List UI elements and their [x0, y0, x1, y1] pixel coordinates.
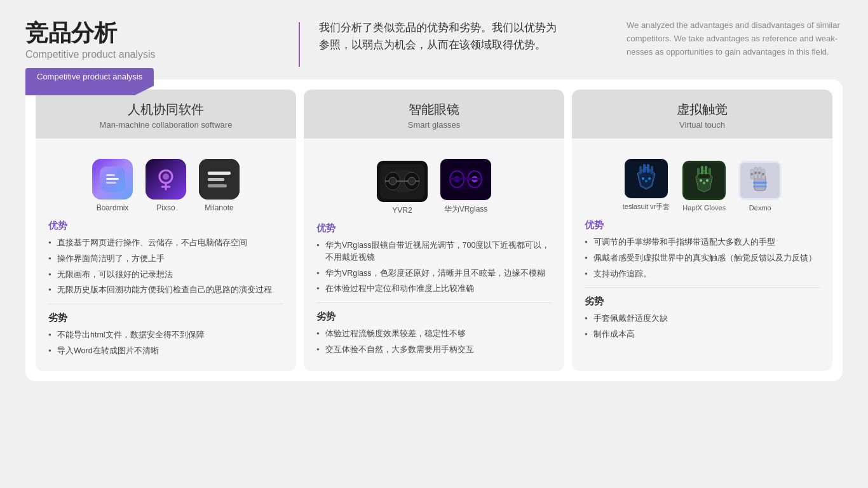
milanote-label: Milanote	[205, 203, 233, 212]
product-dexmo: Dexmo	[738, 161, 782, 212]
boardmix-label: Boardmix	[97, 203, 129, 212]
col3-title-en: Virtual touch	[578, 120, 826, 130]
col1-products: Boardmix	[48, 159, 283, 212]
svg-rect-43	[698, 174, 710, 178]
col3-body: teslasuit vr手套	[572, 139, 832, 355]
svg-point-34	[648, 177, 651, 180]
col1-title-en: Man-machine collaboration software	[42, 120, 290, 130]
svg-rect-54	[753, 182, 767, 184]
col2-divider	[316, 302, 552, 303]
svg-point-19	[408, 177, 416, 185]
column-vr: 虚拟触觉 Virtual touch	[572, 90, 832, 371]
col1-header: 人机协同软件 Man-machine collaboration softwar…	[36, 90, 296, 139]
col2-title-zh: 智能眼镜	[310, 101, 558, 118]
list-item: 无限历史版本回溯功能方便我们检查自己的思路的演变过程	[48, 284, 283, 296]
product-pixso: Pixso	[146, 159, 186, 212]
product-milanote: Milanote	[199, 159, 240, 212]
svg-rect-11	[208, 178, 224, 181]
header-center: 我们分析了类似竞品的优势和劣势。我们以优势为 参照，以弱点为机会，从而在该领域取…	[319, 19, 627, 53]
desc-chinese: 我们分析了类似竞品的优势和劣势。我们以优势为 参照，以弱点为机会，从而在该领域取…	[319, 19, 607, 53]
list-item: 导入Word在转成图片不清晰	[48, 345, 283, 357]
pixso-label: Pixso	[156, 203, 175, 212]
boardmix-icon	[92, 159, 133, 200]
competitive-tag: Competitive product analysis	[25, 68, 154, 95]
teslasuit-img	[625, 159, 668, 198]
col2-products: YVR2	[316, 159, 552, 215]
svg-point-33	[645, 180, 648, 182]
column-software: 人机协同软件 Man-machine collaboration softwar…	[36, 90, 296, 371]
svg-rect-38	[705, 166, 707, 175]
svg-rect-37	[701, 166, 703, 175]
list-item: 手套佩戴舒适度欠缺	[585, 313, 820, 325]
col1-advantage-title: 优势	[48, 220, 283, 232]
col1-divider	[48, 304, 283, 304]
product-yvr2: YVR2	[377, 161, 428, 215]
svg-rect-3	[106, 182, 116, 184]
svg-point-41	[703, 182, 705, 184]
pixso-icon	[146, 159, 186, 200]
col1-disadvantage-title: 劣势	[48, 312, 283, 324]
col3-header: 虚拟触觉 Virtual touch	[572, 90, 832, 139]
list-item: 交互体验不自然，大多数需要用手柄交互	[316, 344, 552, 356]
yvr2-label: YVR2	[392, 206, 412, 215]
list-item: 无限画布，可以很好的记录想法	[48, 269, 283, 281]
svg-rect-10	[208, 172, 231, 175]
svg-rect-31	[651, 166, 653, 173]
svg-point-40	[700, 179, 702, 182]
col2-advantage-list: 华为VRglass眼镜自带近视屈光调节，700度以下近视都可以，不用戴近视镜 华…	[316, 240, 552, 295]
col1-title-zh: 人机协同软件	[42, 101, 290, 118]
dexmo-img	[738, 161, 782, 200]
svg-rect-1	[106, 178, 119, 180]
svg-point-50	[750, 173, 753, 175]
col2-body: YVR2	[304, 139, 564, 370]
list-item: 直接基于网页进行操作、云储存，不占电脑储存空间	[48, 237, 283, 249]
svg-rect-55	[753, 186, 767, 187]
title-english: Competitive product analysis	[25, 49, 280, 60]
list-item: 支持动作追踪。	[585, 268, 820, 280]
yvr2-img	[377, 161, 428, 202]
dexmo-label: Dexmo	[749, 204, 771, 212]
col3-title-zh: 虚拟触觉	[578, 101, 826, 118]
column-glasses: 智能眼镜 Smart glasses	[304, 90, 564, 371]
svg-point-18	[389, 177, 397, 185]
svg-point-52	[758, 172, 761, 174]
svg-rect-29	[643, 164, 646, 173]
svg-point-6	[163, 173, 169, 180]
col3-disadvantage-title: 劣势	[585, 295, 820, 308]
col3-disadvantage-list: 手套佩戴舒适度欠缺 制作成本高	[585, 313, 820, 341]
product-huawei: 华为VRglass	[440, 159, 491, 215]
list-item: 可调节的手掌绑带和手指绑带适配大多数人的手型	[585, 236, 820, 248]
list-item: 体验过程流畅度效果较差，稳定性不够	[316, 328, 552, 340]
page: 竞品分析 Competitive product analysis 我们分析了类…	[0, 0, 868, 488]
product-teslasuit: teslasuit vr手套	[623, 159, 670, 212]
svg-rect-28	[639, 166, 642, 173]
svg-point-51	[754, 172, 757, 174]
title-chinese: 竞品分析	[25, 19, 280, 46]
col2-header: 智能眼镜 Smart glasses	[304, 90, 564, 139]
list-item: 制作成本高	[585, 329, 820, 341]
header-right: We analyzed the advantages and disadvant…	[627, 19, 843, 58]
huawei-img	[440, 159, 491, 200]
svg-rect-12	[208, 184, 227, 187]
col2-title-en: Smart glasses	[310, 120, 558, 130]
col2-advantage-title: 优势	[316, 222, 552, 234]
col3-advantage-list: 可调节的手掌绑带和手指绑带适配大多数人的手型 佩戴者感受到虚拟世界中的真实触感（…	[585, 236, 820, 280]
teslasuit-label: teslasuit vr手套	[623, 202, 670, 212]
col3-products: teslasuit vr手套	[585, 159, 820, 212]
svg-rect-26	[450, 178, 482, 180]
svg-point-32	[642, 177, 644, 180]
list-item: 不能导出html文件，数据安全得不到保障	[48, 329, 283, 341]
col3-divider	[585, 287, 820, 288]
list-item: 在体验过程中定位和动作准度上比较准确	[316, 283, 552, 295]
svg-rect-2	[106, 174, 115, 176]
col1-disadvantage-list: 不能导出html文件，数据安全得不到保障 导入Word在转成图片不清晰	[48, 329, 283, 357]
milanote-icon	[199, 159, 240, 200]
col3-advantage-title: 优势	[585, 219, 820, 231]
product-haptx: HaptX Gloves	[682, 161, 726, 212]
list-item: 华为VRglass，色彩度还原好，清晰并且不眩晕，边缘不模糊	[316, 268, 552, 280]
columns-container: 人机协同软件 Man-machine collaboration softwar…	[36, 79, 832, 371]
header-divider	[299, 22, 300, 67]
main-card: Competitive product analysis 人机协同软件 Man-…	[25, 79, 843, 381]
header-left: 竞品分析 Competitive product analysis	[25, 19, 299, 60]
haptx-img	[682, 161, 726, 200]
